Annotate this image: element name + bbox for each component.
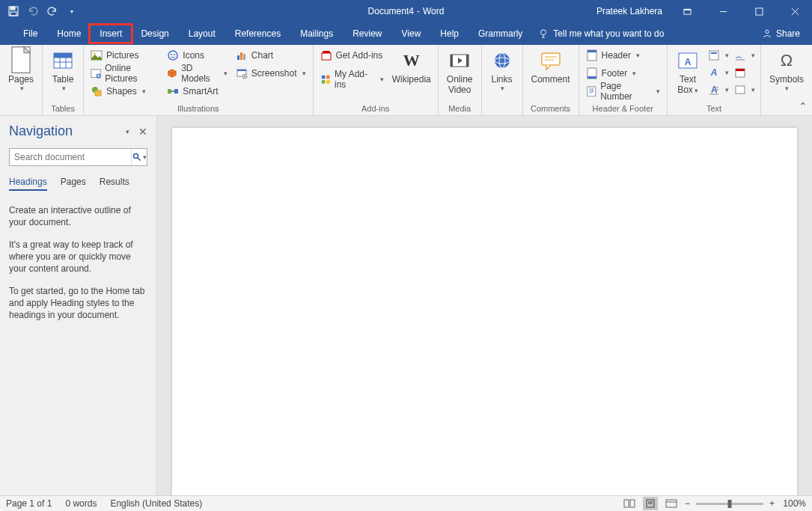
omega-icon: Ω [775, 49, 799, 73]
drop-cap-button[interactable]: A▾ [706, 82, 730, 98]
header-button[interactable]: Header▾ [583, 47, 663, 64]
page-number-button[interactable]: #Page Number▾ [583, 83, 663, 100]
search-button[interactable]: ▾ [131, 149, 147, 165]
search-input[interactable] [10, 149, 131, 165]
wordart-button[interactable]: A▾ [706, 64, 730, 81]
user-name[interactable]: Prateek Lakhera [596, 6, 662, 16]
links-button[interactable]: Links ▾ [486, 47, 519, 94]
wikipedia-button[interactable]: W Wikipedia [389, 47, 434, 86]
save-icon[interactable] [7, 5, 19, 17]
smartart-icon [167, 85, 179, 97]
close-icon[interactable] [784, 0, 806, 22]
print-layout-icon[interactable] [643, 497, 658, 510]
3d-models-button[interactable]: 3D Models▾ [164, 65, 231, 82]
zoom-out-button[interactable]: − [685, 498, 690, 509]
chevron-down-icon: ▾ [785, 85, 789, 92]
tab-file[interactable]: File [13, 25, 47, 43]
online-pictures-button[interactable]: Online Pictures [88, 65, 162, 82]
nav-tab-headings[interactable]: Headings [9, 177, 47, 191]
status-words[interactable]: 0 words [65, 498, 97, 509]
svg-text:A: A [685, 57, 692, 67]
group-label-media: Media [442, 102, 477, 115]
share-button[interactable]: Share [762, 28, 800, 39]
svg-rect-71 [630, 500, 635, 507]
menu-bar: File Home Insert Design Layout Reference… [0, 22, 812, 45]
svg-rect-5 [755, 7, 762, 14]
screenshot-icon [236, 67, 248, 79]
nav-help-text: Create an interactive outline of your do… [9, 204, 147, 331]
svg-rect-28 [168, 89, 171, 94]
chevron-down-icon: ▾ [20, 85, 24, 92]
footer-button[interactable]: Footer▾ [583, 65, 663, 82]
minimize-icon[interactable] [712, 0, 734, 22]
svg-point-26 [171, 54, 172, 55]
footer-icon [586, 67, 598, 79]
tab-grammarly[interactable]: Grammarly [468, 25, 532, 43]
svg-rect-31 [240, 52, 242, 60]
icons-button[interactable]: Icons [164, 47, 231, 64]
pages-button[interactable]: Pages ▾ [4, 47, 38, 94]
signature-line-button[interactable]: ▾ [733, 47, 757, 64]
zoom-level[interactable]: 100% [781, 498, 806, 509]
undo-icon[interactable] [27, 5, 39, 17]
comment-icon [539, 49, 563, 73]
tab-design[interactable]: Design [131, 25, 178, 43]
collapse-ribbon-icon[interactable]: ⌃ [799, 100, 808, 112]
my-addins-button[interactable]: My Add-ins▾ [317, 71, 387, 88]
group-addins: Get Add-ins My Add-ins▾ W Wikipedia Add-… [314, 45, 439, 115]
web-layout-icon[interactable] [664, 497, 679, 510]
nav-close-icon[interactable]: ✕ [138, 126, 147, 138]
online-video-button[interactable]: OnlineVideo [442, 47, 477, 97]
group-label-addins: Add-ins [317, 102, 434, 115]
svg-point-25 [168, 51, 177, 60]
screenshot-button[interactable]: Screenshot▾ [233, 65, 309, 82]
ribbon-options-icon[interactable] [676, 0, 698, 22]
comment-button[interactable]: Comment [527, 47, 575, 86]
status-page[interactable]: Page 1 of 1 [6, 498, 52, 509]
zoom-in-button[interactable]: + [769, 498, 775, 509]
header-icon [586, 49, 598, 61]
object-button[interactable]: ▾ [733, 82, 757, 98]
pictures-button[interactable]: Pictures [88, 47, 162, 64]
tab-home[interactable]: Home [47, 25, 91, 43]
tab-insert[interactable]: Insert [91, 25, 131, 42]
svg-rect-42 [451, 55, 453, 67]
zoom-slider[interactable] [696, 503, 763, 505]
shapes-button[interactable]: Shapes▾ [88, 83, 162, 100]
group-label-comments: Comments [527, 102, 575, 115]
symbols-button[interactable]: Ω Symbols ▾ [765, 47, 808, 94]
shapes-icon [91, 85, 103, 97]
status-language[interactable]: English (United States) [110, 498, 202, 509]
svg-point-11 [766, 30, 769, 33]
tab-layout[interactable]: Layout [179, 25, 225, 43]
document-page[interactable] [172, 128, 797, 495]
svg-rect-2 [10, 12, 16, 16]
get-addins-button[interactable]: Get Add-ins [317, 47, 387, 64]
title-bar: ▾ Document4 - Word Prateek Lakhera [0, 0, 812, 22]
tab-mailings[interactable]: Mailings [290, 25, 343, 43]
table-button[interactable]: Table ▾ [46, 47, 79, 94]
svg-rect-67 [736, 86, 745, 94]
tab-help[interactable]: Help [430, 25, 468, 43]
search-box[interactable]: ▾ [9, 148, 147, 166]
pagenum-icon: # [586, 85, 597, 97]
nav-options-icon[interactable]: ▾ [126, 128, 129, 135]
nav-tab-pages[interactable]: Pages [61, 177, 86, 191]
svg-rect-53 [587, 76, 596, 79]
document-name: Document4 [368, 6, 414, 16]
tell-me-box[interactable]: Tell me what you want to do [538, 28, 664, 39]
qat-customize-icon[interactable]: ▾ [66, 5, 78, 17]
read-mode-icon[interactable] [622, 497, 637, 510]
chart-button[interactable]: Chart [233, 47, 309, 64]
maximize-icon[interactable] [748, 0, 770, 22]
redo-icon[interactable] [46, 5, 58, 17]
svg-point-8 [541, 30, 546, 35]
nav-tab-results[interactable]: Results [100, 177, 129, 191]
quick-parts-button[interactable]: ▾ [706, 47, 730, 64]
date-time-button[interactable] [733, 64, 757, 81]
tab-references[interactable]: References [225, 25, 290, 43]
smartart-button[interactable]: SmartArt [164, 83, 231, 100]
tab-review[interactable]: Review [343, 25, 391, 43]
tab-view[interactable]: View [392, 25, 431, 43]
text-box-button[interactable]: A TextBox▾ [671, 47, 704, 97]
